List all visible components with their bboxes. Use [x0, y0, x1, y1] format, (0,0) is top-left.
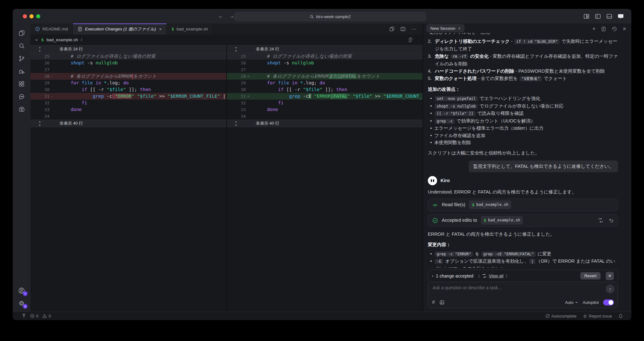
bullet-list: •set -euo pipefail でエラーハンドリングを強化•shopt -… [428, 95, 618, 146]
problems-errors[interactable]: 0 [30, 314, 38, 318]
code-line[interactable]: 28+ # 各ログファイルからERRORまたはFATALをカウント [227, 73, 423, 80]
history-back-button[interactable]: ← [218, 13, 223, 19]
code-line[interactable]: 28- # 各ログファイルからERRORをカウント [30, 73, 226, 80]
file-chip[interactable]: $bad_example.sh [469, 200, 511, 209]
breadcrumb-separator: / [81, 37, 82, 42]
close-session-icon[interactable]: × [458, 26, 461, 31]
more-actions-icon[interactable]: ⋯ [411, 26, 417, 32]
folded-region[interactable]: 非表示 40 行 [227, 120, 423, 127]
breadcrumb-file[interactable]: bad_example.sh [47, 37, 78, 42]
code-line[interactable]: 31- grep -c "ERROR" "$file" >> "$ERROR_C… [30, 93, 226, 100]
search-view-icon[interactable] [14, 39, 29, 52]
unfold-icon[interactable] [227, 121, 245, 126]
toggle-chat-icon[interactable] [618, 13, 624, 19]
code-line[interactable]: 27 [227, 66, 423, 73]
maximize-window-button[interactable] [36, 14, 40, 18]
autopilot-toggle[interactable] [603, 299, 614, 305]
tool-card[interactable]: Accepted edits to$bad_example.sh [428, 214, 618, 227]
code-line[interactable]: 32 fi [227, 100, 423, 106]
code-line[interactable]: 33 done [30, 106, 226, 113]
chat-input[interactable]: Ask a question or describe a task... ↑ #… [428, 282, 618, 308]
code-line[interactable]: 33 done [227, 106, 423, 113]
code-line[interactable]: 34 [227, 113, 423, 120]
inline-code: if ! cd "$LOG_DIR" [514, 39, 559, 44]
history-icon[interactable] [612, 26, 617, 32]
code-line[interactable]: 26 shopt -s nullglob [227, 60, 423, 66]
chat-panel: New Session × + ✕ 使用してファイル名を一意化 [422, 23, 631, 311]
account-icon[interactable]: ✓ [14, 284, 29, 297]
chat-paragraph: スクリプトは大幅に安全性と信頼性が向上しました。 [428, 149, 618, 157]
toggle-panel-icon[interactable] [606, 13, 612, 19]
context-hash-button[interactable]: # [432, 299, 435, 305]
history-forward-button[interactable]: → [229, 13, 235, 19]
chevron-down-icon[interactable] [35, 38, 38, 42]
activity-bar: ✓ ⚙ 1 [13, 23, 30, 311]
report-issue[interactable]: Report issue [583, 314, 612, 318]
code-line[interactable]: 25 # ログファイルが存在しない場合の対策 [30, 53, 226, 60]
file-chip[interactable]: $bad_example.sh [481, 216, 523, 225]
notifications-bell-icon[interactable] [618, 314, 623, 318]
code-line[interactable]: 26 shopt -s nullglob [30, 60, 226, 66]
code-line[interactable]: 29 for file in *.log; do [227, 80, 423, 86]
run-debug-icon[interactable] [14, 65, 29, 77]
open-changes-icon[interactable] [389, 26, 395, 32]
breadcrumb[interactable]: $ bad_example.sh / [30, 35, 422, 45]
code-line[interactable]: 25 # ログファイルが存在しない場合の対策 [227, 53, 423, 60]
code-line[interactable]: 32 fi [30, 100, 226, 106]
user-message[interactable]: 監視文字列として、FATAL も検出できるように改修してください。 [469, 161, 618, 172]
code-line[interactable]: 31+ grep -cE "ERROR|FATAL" "$file" >> "$… [227, 93, 423, 100]
unfold-icon[interactable] [30, 47, 49, 52]
unfold-icon[interactable] [227, 47, 245, 52]
send-button[interactable]: ↑ [606, 285, 615, 293]
dismiss-button[interactable]: ✕ [606, 272, 614, 280]
settings-gear-icon[interactable]: ⚙ 1 [14, 297, 29, 310]
bullet-list: •grep -c "ERROR" を grep -cE "ERROR|FATAL… [428, 250, 618, 268]
code-line[interactable]: 30 if [[ -r "$file" ]]; then [30, 86, 226, 93]
close-tab-icon[interactable]: × [159, 27, 162, 32]
close-panel-icon[interactable]: ✕ [622, 26, 626, 31]
problems-warnings[interactable]: 0 [42, 314, 51, 318]
code-line[interactable]: 34 [30, 113, 226, 120]
remote-indicator-icon[interactable] [22, 314, 26, 318]
tab-bad-example[interactable]: $ bad_example.sh [167, 23, 213, 35]
code-line[interactable]: 30 if [[ -r "$file" ]]; then [227, 86, 423, 93]
kiro-agent-icon[interactable] [14, 103, 29, 115]
code-line[interactable]: 29 for file in *.log; do [30, 80, 226, 86]
changes-accepted-bar[interactable]: › 1 change accepted （ View all ） Revert … [428, 270, 618, 282]
extensions-icon[interactable] [14, 77, 29, 90]
split-editor-icon[interactable] [400, 26, 406, 32]
list-item: •-E オプションで拡張正規表現を有効化し、|（OR）で ERROR または F… [428, 258, 618, 268]
source-control-icon[interactable] [14, 52, 29, 65]
undo-icon[interactable] [608, 218, 614, 223]
revert-button[interactable]: Revert [580, 272, 601, 279]
explorer-icon[interactable] [14, 27, 29, 39]
folded-region[interactable]: 非表示 24 行 [227, 45, 423, 53]
view-all-link[interactable]: View all [489, 273, 503, 278]
list-item: 5.変数のクォート処理 - 全ての変数参照を "$変数名" でクォート [428, 75, 618, 82]
expand-chevron-icon[interactable]: › [432, 273, 433, 278]
attach-image-icon[interactable] [439, 300, 445, 305]
task-list-icon[interactable] [601, 26, 606, 32]
tool-card[interactable]: Read file(s)$bad_example.sh [428, 199, 618, 211]
tab-readme[interactable]: README.md [30, 23, 73, 35]
toggle-primary-sidebar-icon[interactable] [595, 13, 601, 19]
folded-region[interactable]: 非表示 40 行 [30, 120, 226, 127]
chat-view-icon[interactable] [14, 90, 29, 103]
command-center-search[interactable]: kiro-week-sample2 [235, 12, 426, 21]
session-tab[interactable]: New Session × [426, 24, 465, 32]
open-file-icon[interactable] [408, 37, 413, 43]
minimize-window-button[interactable] [29, 14, 34, 18]
autocomplete-status[interactable]: Autocomplete [545, 314, 577, 318]
view-diff-icon[interactable] [598, 218, 603, 223]
new-session-icon[interactable]: + [592, 26, 596, 32]
mode-selector[interactable]: Auto [565, 300, 578, 305]
clipped-message-line: 使用してファイル名を一意化 [428, 33, 618, 36]
diff-original-pane[interactable]: 非表示 24 行 25 # ログファイルが存在しない場合の対策26 shopt … [30, 45, 227, 311]
folded-region[interactable]: 非表示 24 行 [30, 45, 226, 53]
close-window-button[interactable] [23, 14, 27, 18]
customize-layout-icon[interactable] [583, 13, 589, 19]
tab-execution-changes[interactable]: Execution Changes (1 個のファイル) × [73, 23, 167, 35]
diff-modified-pane[interactable]: 非表示 24 行 25 # ログファイルが存在しない場合の対策26 shopt … [227, 45, 423, 311]
code-line[interactable]: 27 [30, 66, 226, 73]
unfold-icon[interactable] [30, 121, 49, 126]
